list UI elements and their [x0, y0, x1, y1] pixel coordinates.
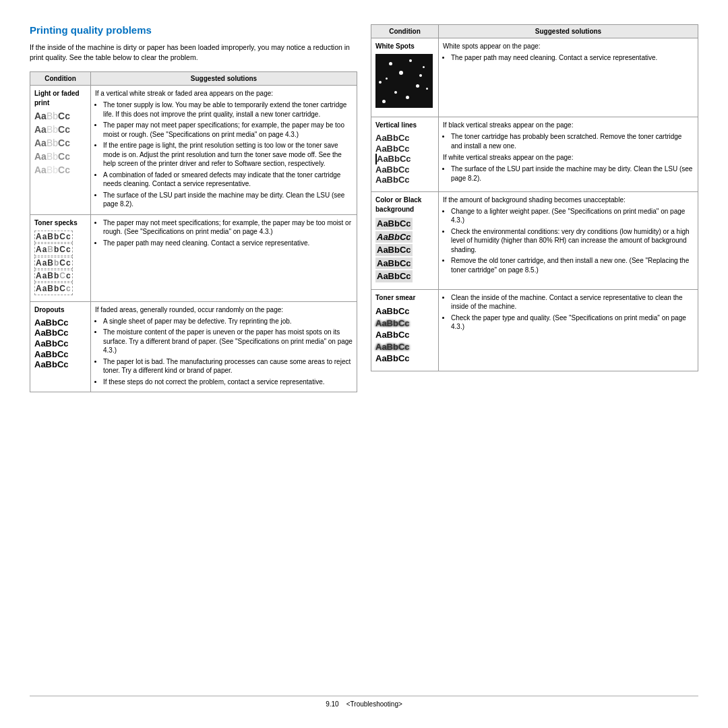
condition-toner-smear: Toner smear AaBbCc AaBbCc AaBbCc AaBbCc … — [371, 289, 439, 371]
list-item: If the entire page is light, the print r… — [103, 141, 353, 169]
right-table-header-condition: Condition — [371, 25, 439, 38]
left-table-header-condition: Condition — [30, 72, 91, 86]
solution-list: Clean the inside of the machine. Contact… — [443, 293, 694, 332]
solution-vertical-lines: If black vertical streaks appear on the … — [439, 117, 698, 192]
list-item: The moisture content of the paper is une… — [103, 328, 353, 355]
solution-toner-specks: The paper may not meet specifications; f… — [91, 214, 357, 301]
condition-toner-specks: Toner specks AaBbCc AaBbCc AaBbCc AaBbCc… — [30, 214, 91, 301]
left-column: Printing quality problems If the inside … — [30, 24, 357, 689]
footer: 9.10 <Troubleshooting> — [30, 696, 698, 708]
right-table-header-solutions: Suggested solutions — [439, 25, 698, 38]
page-title: Printing quality problems — [30, 24, 357, 36]
table-row: Light or faded print AaBbCc AaBbCc AaBbC… — [30, 86, 357, 215]
condition-color-background: Color or Black background AaBbCc AaBbCc … — [371, 191, 439, 289]
solution-list: The surface of the LSU part inside the m… — [443, 164, 694, 183]
solution-list: The toner cartridge has probably been sc… — [443, 132, 694, 150]
list-item: The surface of the LSU part inside the m… — [451, 164, 694, 183]
list-item: Check the environmental conditions: very… — [451, 227, 694, 255]
right-table: Condition Suggested solutions White Spot… — [371, 24, 698, 371]
table-row: Dropouts AaBbCc AaBbCc AaBbCc AaBbCc AaB… — [30, 301, 357, 392]
list-item: The toner cartridge has probably been sc… — [451, 132, 694, 150]
solution-color-background: If the amount of background shading beco… — [439, 191, 698, 289]
table-row: Vertical lines AaBbCc AaBbCc AaBbCc AaBb… — [371, 117, 698, 192]
intro-paragraph: If the inside of the machine is dirty or… — [30, 42, 357, 62]
footer-section: <Troubleshooting> — [346, 700, 402, 708]
condition-vertical-lines: Vertical lines AaBbCc AaBbCc AaBbCc AaBb… — [371, 117, 439, 192]
dropouts-sample: AaBbCc AaBbCc AaBbCc AaBbCc AaBbCc — [34, 317, 86, 370]
list-item: The paper may not meet specifications; f… — [103, 218, 353, 237]
table-row: White Spots — [371, 38, 698, 117]
table-row: Toner smear AaBbCc AaBbCc AaBbCc AaBbCc … — [371, 289, 698, 371]
list-item: A single sheet of paper may be defective… — [103, 317, 353, 326]
list-item: If these steps do not correct the proble… — [103, 377, 353, 387]
solution-list: The paper path may need cleaning. Contac… — [443, 53, 694, 63]
list-item: A combination of faded or smeared defect… — [103, 171, 353, 189]
table-row: Color or Black background AaBbCc AaBbCc … — [371, 191, 698, 289]
condition-white-spots: White Spots — [371, 38, 439, 117]
solution-list: Change to a lighter weight paper. (See "… — [443, 207, 694, 275]
condition-dropouts: Dropouts AaBbCc AaBbCc AaBbCc AaBbCc AaB… — [30, 301, 91, 392]
list-item: The paper may not meet paper specificati… — [103, 121, 353, 139]
left-table: Condition Suggested solutions Light or f… — [30, 71, 357, 392]
solution-list: The paper may not meet specifications; f… — [95, 218, 353, 248]
list-item: Check the paper type and quality. (See "… — [451, 313, 694, 332]
table-row: Toner specks AaBbCc AaBbCc AaBbCc AaBbCc… — [30, 214, 357, 301]
solution-dropouts: If faded areas, generally rounded, occur… — [91, 301, 357, 392]
list-item: Clean the inside of the machine. Contact… — [451, 293, 694, 311]
list-item: The surface of the LSU part inside the m… — [103, 191, 353, 209]
list-item: The paper path may need cleaning. Contac… — [451, 53, 694, 63]
list-item: The toner supply is low. You may be able… — [103, 100, 353, 119]
page: Printing quality problems If the inside … — [0, 0, 728, 728]
footer-page-num: 9.10 — [326, 700, 338, 708]
white-spots-image — [375, 54, 433, 108]
list-item: The paper lot is bad. The manufacturing … — [103, 357, 353, 375]
light-faded-sample: AaBbCc AaBbCc AaBbCc AaBbCc AaBbCc — [34, 111, 86, 175]
condition-light-faded: Light or faded print AaBbCc AaBbCc AaBbC… — [30, 86, 91, 215]
color-bg-sample: AaBbCc AaBbCc AaBbCc AaBbCc AaBbCc — [375, 217, 434, 283]
right-column: Condition Suggested solutions White Spot… — [371, 24, 698, 689]
toner-smear-sample: AaBbCc AaBbCc AaBbCc AaBbCc AaBbCc — [375, 305, 434, 365]
toner-specks-sample: AaBbCc AaBbCc AaBbCc AaBbCc AaBbCc — [34, 231, 86, 295]
solution-white-spots: White spots appear on the page: The pape… — [439, 38, 698, 117]
solution-light-faded: If a vertical white streak or faded area… — [91, 86, 357, 215]
list-item: The paper path may need cleaning. Contac… — [103, 239, 353, 248]
solution-list: A single sheet of paper may be defective… — [95, 317, 353, 387]
vertical-lines-sample: AaBbCc AaBbCc AaBbCc AaBbCc AaBbCc — [375, 133, 434, 185]
solution-toner-smear: Clean the inside of the machine. Contact… — [439, 289, 698, 371]
list-item: Remove the old toner cartridge, and then… — [451, 256, 694, 274]
solution-list: The toner supply is low. You may be able… — [95, 100, 353, 209]
list-item: Change to a lighter weight paper. (See "… — [451, 207, 694, 225]
left-table-header-solutions: Suggested solutions — [91, 72, 357, 86]
